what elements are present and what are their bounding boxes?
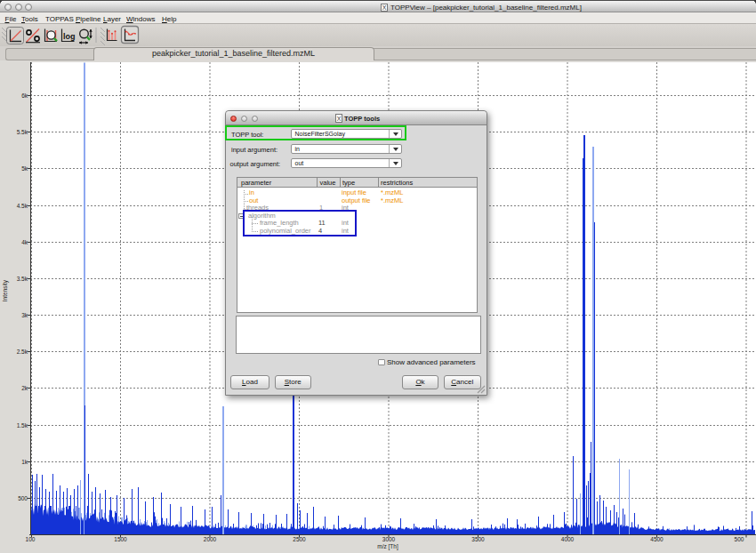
svg-text:3500: 3500 — [471, 536, 485, 542]
svg-text:100: 100 — [26, 536, 36, 542]
svg-text:1k: 1k — [21, 459, 28, 465]
svg-text:Intensity: Intensity — [2, 279, 9, 301]
svg-text:4k: 4k — [21, 239, 28, 245]
svg-text:3k: 3k — [21, 312, 28, 318]
svg-text:1500: 1500 — [114, 536, 127, 542]
svg-text:500: 500 — [735, 536, 744, 542]
svg-text:4.5k: 4.5k — [17, 203, 28, 209]
svg-text:1.5k: 1.5k — [17, 422, 28, 429]
svg-text:5k: 5k — [21, 165, 28, 172]
svg-text:log: log — [63, 32, 76, 41]
svg-text:3000: 3000 — [382, 536, 396, 542]
svg-text:m/z [Th]: m/z [Th] — [377, 543, 398, 550]
svg-text:500: 500 — [18, 495, 28, 501]
svg-text:4000: 4000 — [561, 536, 575, 542]
svg-text:4500: 4500 — [650, 536, 664, 542]
svg-text:5.5k: 5.5k — [17, 129, 28, 135]
svg-text:6k: 6k — [21, 92, 28, 99]
svg-text:2.5k: 2.5k — [17, 349, 28, 355]
svg-text:3.5k: 3.5k — [17, 276, 28, 282]
svg-text:2k: 2k — [21, 385, 28, 391]
svg-text:2500: 2500 — [293, 536, 306, 542]
svg-text:2000: 2000 — [204, 536, 217, 542]
